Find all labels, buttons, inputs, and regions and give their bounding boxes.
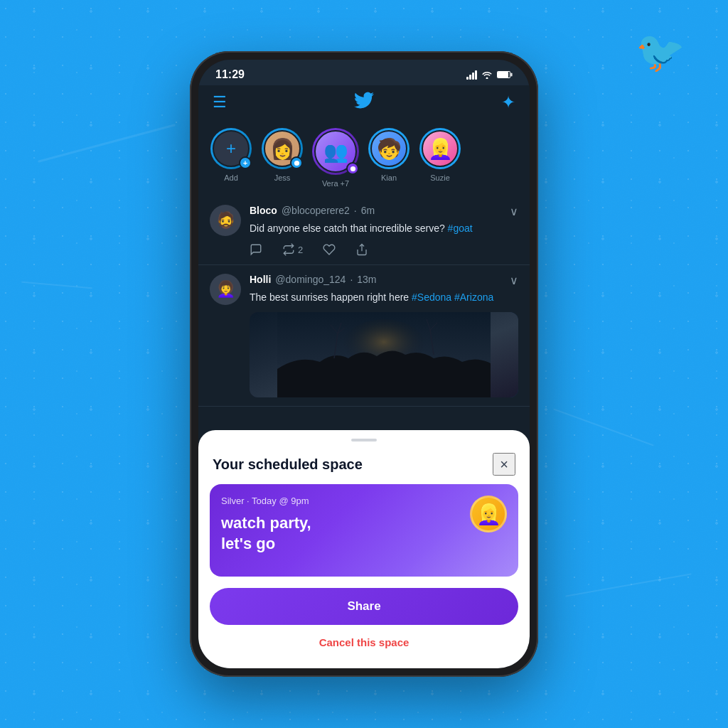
tweet-holli: 👩‍🦱 Holli @domingo_124 · 13m ∨ The best …	[198, 265, 530, 407]
sheet-close-button[interactable]: ×	[493, 453, 515, 476]
tweet-chevron-bloco[interactable]: ∨	[510, 205, 518, 218]
top-nav: ☰ ✦	[198, 85, 530, 119]
story-add[interactable]: + + Add	[210, 128, 252, 188]
space-card: Silver · Today @ 9pm watch party,let's g…	[210, 484, 518, 577]
tweet-content-bloco: Bloco @blocoperere2 · 6m ∨ Did anyone el…	[250, 205, 518, 256]
phone-screen: 11:29	[198, 60, 530, 668]
tweet-avatar-bloco[interactable]: 🧔	[210, 205, 241, 236]
tweet-name-holli: Holli	[250, 274, 271, 285]
tweet-actions-bloco: 2	[250, 243, 518, 256]
svg-point-4	[294, 160, 299, 165]
space-meta: Silver · Today @ 9pm	[221, 496, 507, 506]
retweet-count: 2	[298, 245, 303, 255]
menu-icon[interactable]: ☰	[213, 93, 227, 112]
story-vera[interactable]: 👥 Vera +7	[312, 128, 359, 188]
tweet-handle-bloco: @blocoperere2	[282, 205, 350, 216]
tweet-bloco: 🧔 Bloco @blocoperere2 · 6m ∨ Did anyone …	[198, 196, 530, 265]
retweet-action[interactable]: 2	[282, 243, 303, 256]
tweet-content-holli: Holli @domingo_124 · 13m ∨ The best sunr…	[250, 274, 518, 397]
share-action[interactable]	[355, 243, 368, 256]
like-action[interactable]	[323, 243, 336, 256]
signal-icon	[466, 70, 477, 80]
tweet-chevron-holli[interactable]: ∨	[510, 274, 518, 287]
sheet-title: Your scheduled space	[213, 456, 363, 473]
wifi-icon	[481, 70, 493, 79]
tweet-text-holli: The best sunrises happen right here #Sed…	[250, 290, 518, 305]
tweet-text-bloco: Did anyone else catch that incredible se…	[250, 221, 518, 236]
tweet-time-bloco-val: 6m	[361, 205, 375, 216]
story-label-vera: Vera +7	[322, 179, 349, 188]
story-label-suzie: Suzie	[430, 173, 450, 182]
svg-rect-2	[498, 72, 508, 77]
tweet-name-bloco: Bloco	[250, 205, 277, 216]
tweet-image-holli	[250, 312, 518, 397]
space-host-avatar: 👱‍♀️	[470, 496, 507, 532]
svg-rect-3	[511, 73, 513, 77]
tweet-handle-holli: @domingo_124	[275, 274, 346, 285]
sheet-header: Your scheduled space ×	[198, 441, 530, 484]
status-bar: 11:29	[198, 60, 530, 85]
cancel-space-link[interactable]: Cancel this space	[198, 633, 530, 651]
phone-frame: 11:29	[190, 51, 538, 677]
stories-row: + + Add 👩 Jess	[198, 119, 530, 196]
story-label-jess: Jess	[274, 173, 291, 182]
tweet-time-holli-val: 13m	[357, 274, 376, 285]
nav-twitter-bird[interactable]	[354, 91, 374, 114]
twitter-corner-logo: 🐦	[636, 28, 685, 75]
story-kian[interactable]: 🧒 Kian	[368, 128, 410, 188]
svg-point-5	[350, 166, 355, 171]
bottom-sheet: Your scheduled space × Silver · Today @ …	[198, 430, 530, 668]
story-label-kian: Kian	[381, 173, 397, 182]
space-title: watch party,let's go	[221, 513, 507, 554]
sparkle-icon[interactable]: ✦	[501, 92, 515, 112]
tweet-time-bloco: ·	[354, 205, 357, 216]
reply-action[interactable]	[250, 243, 262, 256]
story-suzie[interactable]: 👱‍♀️ Suzie	[419, 128, 461, 188]
story-jess[interactable]: 👩 Jess	[261, 128, 304, 188]
status-icons	[466, 70, 513, 80]
tweet-time-holli-dot: ·	[350, 274, 353, 285]
share-button[interactable]: Share	[210, 588, 518, 625]
battery-icon	[497, 70, 513, 79]
tweet-avatar-holli[interactable]: 👩‍🦱	[210, 274, 241, 305]
story-label-add: Add	[224, 173, 238, 182]
status-time: 11:29	[215, 68, 245, 81]
